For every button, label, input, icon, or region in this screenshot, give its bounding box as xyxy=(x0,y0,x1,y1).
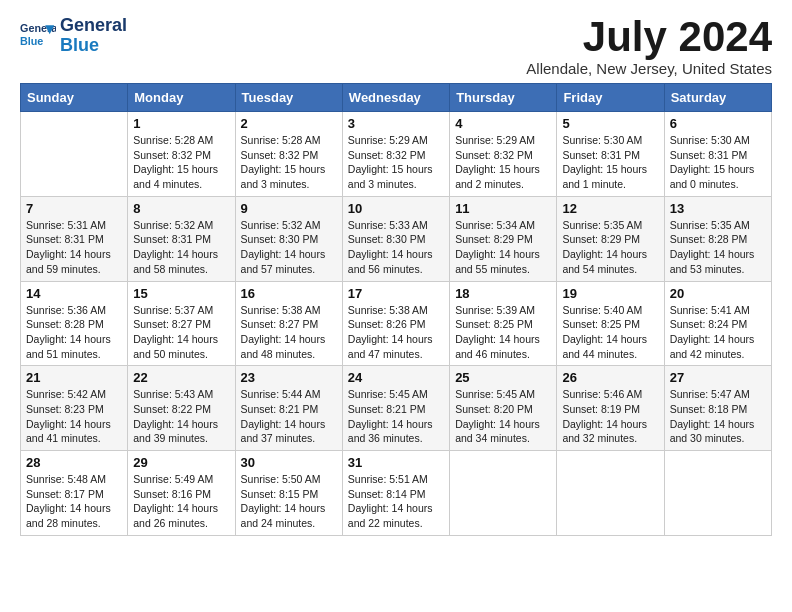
calendar-cell: 11Sunrise: 5:34 AM Sunset: 8:29 PM Dayli… xyxy=(450,196,557,281)
day-number: 21 xyxy=(26,370,122,385)
day-number: 1 xyxy=(133,116,229,131)
calendar-header-row: SundayMondayTuesdayWednesdayThursdayFrid… xyxy=(21,84,772,112)
day-info: Sunrise: 5:43 AM Sunset: 8:22 PM Dayligh… xyxy=(133,387,229,446)
calendar-header-cell: Wednesday xyxy=(342,84,449,112)
calendar-cell: 19Sunrise: 5:40 AM Sunset: 8:25 PM Dayli… xyxy=(557,281,664,366)
day-info: Sunrise: 5:44 AM Sunset: 8:21 PM Dayligh… xyxy=(241,387,337,446)
calendar-cell: 9Sunrise: 5:32 AM Sunset: 8:30 PM Daylig… xyxy=(235,196,342,281)
day-info: Sunrise: 5:33 AM Sunset: 8:30 PM Dayligh… xyxy=(348,218,444,277)
day-number: 14 xyxy=(26,286,122,301)
day-info: Sunrise: 5:38 AM Sunset: 8:26 PM Dayligh… xyxy=(348,303,444,362)
calendar-cell: 29Sunrise: 5:49 AM Sunset: 8:16 PM Dayli… xyxy=(128,451,235,536)
day-number: 27 xyxy=(670,370,766,385)
calendar-cell xyxy=(664,451,771,536)
calendar-cell: 2Sunrise: 5:28 AM Sunset: 8:32 PM Daylig… xyxy=(235,112,342,197)
day-info: Sunrise: 5:40 AM Sunset: 8:25 PM Dayligh… xyxy=(562,303,658,362)
calendar-week-row: 7Sunrise: 5:31 AM Sunset: 8:31 PM Daylig… xyxy=(21,196,772,281)
location-title: Allendale, New Jersey, United States xyxy=(526,60,772,77)
day-number: 7 xyxy=(26,201,122,216)
day-number: 18 xyxy=(455,286,551,301)
calendar-cell: 7Sunrise: 5:31 AM Sunset: 8:31 PM Daylig… xyxy=(21,196,128,281)
day-info: Sunrise: 5:30 AM Sunset: 8:31 PM Dayligh… xyxy=(670,133,766,192)
day-number: 2 xyxy=(241,116,337,131)
day-info: Sunrise: 5:50 AM Sunset: 8:15 PM Dayligh… xyxy=(241,472,337,531)
day-number: 23 xyxy=(241,370,337,385)
day-number: 17 xyxy=(348,286,444,301)
calendar-cell: 6Sunrise: 5:30 AM Sunset: 8:31 PM Daylig… xyxy=(664,112,771,197)
day-number: 11 xyxy=(455,201,551,216)
calendar-cell: 5Sunrise: 5:30 AM Sunset: 8:31 PM Daylig… xyxy=(557,112,664,197)
day-number: 15 xyxy=(133,286,229,301)
calendar-cell xyxy=(21,112,128,197)
day-info: Sunrise: 5:49 AM Sunset: 8:16 PM Dayligh… xyxy=(133,472,229,531)
month-title: July 2024 xyxy=(526,16,772,58)
calendar-cell: 30Sunrise: 5:50 AM Sunset: 8:15 PM Dayli… xyxy=(235,451,342,536)
day-info: Sunrise: 5:34 AM Sunset: 8:29 PM Dayligh… xyxy=(455,218,551,277)
day-info: Sunrise: 5:45 AM Sunset: 8:21 PM Dayligh… xyxy=(348,387,444,446)
calendar-body: 1Sunrise: 5:28 AM Sunset: 8:32 PM Daylig… xyxy=(21,112,772,536)
day-number: 16 xyxy=(241,286,337,301)
calendar-cell: 3Sunrise: 5:29 AM Sunset: 8:32 PM Daylig… xyxy=(342,112,449,197)
calendar-week-row: 21Sunrise: 5:42 AM Sunset: 8:23 PM Dayli… xyxy=(21,366,772,451)
day-number: 30 xyxy=(241,455,337,470)
day-info: Sunrise: 5:35 AM Sunset: 8:28 PM Dayligh… xyxy=(670,218,766,277)
day-number: 26 xyxy=(562,370,658,385)
day-number: 19 xyxy=(562,286,658,301)
calendar-cell: 4Sunrise: 5:29 AM Sunset: 8:32 PM Daylig… xyxy=(450,112,557,197)
header: General Blue General Blue July 2024 Alle… xyxy=(20,16,772,77)
title-block: July 2024 Allendale, New Jersey, United … xyxy=(526,16,772,77)
calendar-header-cell: Friday xyxy=(557,84,664,112)
calendar-header-cell: Tuesday xyxy=(235,84,342,112)
calendar-cell: 18Sunrise: 5:39 AM Sunset: 8:25 PM Dayli… xyxy=(450,281,557,366)
calendar-cell xyxy=(557,451,664,536)
day-info: Sunrise: 5:41 AM Sunset: 8:24 PM Dayligh… xyxy=(670,303,766,362)
calendar-cell: 10Sunrise: 5:33 AM Sunset: 8:30 PM Dayli… xyxy=(342,196,449,281)
day-info: Sunrise: 5:51 AM Sunset: 8:14 PM Dayligh… xyxy=(348,472,444,531)
calendar-header-cell: Sunday xyxy=(21,84,128,112)
day-info: Sunrise: 5:31 AM Sunset: 8:31 PM Dayligh… xyxy=(26,218,122,277)
day-info: Sunrise: 5:38 AM Sunset: 8:27 PM Dayligh… xyxy=(241,303,337,362)
day-number: 28 xyxy=(26,455,122,470)
day-number: 6 xyxy=(670,116,766,131)
calendar-cell: 21Sunrise: 5:42 AM Sunset: 8:23 PM Dayli… xyxy=(21,366,128,451)
day-number: 22 xyxy=(133,370,229,385)
calendar-cell: 25Sunrise: 5:45 AM Sunset: 8:20 PM Dayli… xyxy=(450,366,557,451)
calendar-cell: 13Sunrise: 5:35 AM Sunset: 8:28 PM Dayli… xyxy=(664,196,771,281)
calendar-cell: 24Sunrise: 5:45 AM Sunset: 8:21 PM Dayli… xyxy=(342,366,449,451)
calendar-cell: 22Sunrise: 5:43 AM Sunset: 8:22 PM Dayli… xyxy=(128,366,235,451)
day-number: 4 xyxy=(455,116,551,131)
calendar-header-cell: Monday xyxy=(128,84,235,112)
day-number: 13 xyxy=(670,201,766,216)
day-info: Sunrise: 5:32 AM Sunset: 8:31 PM Dayligh… xyxy=(133,218,229,277)
calendar-week-row: 1Sunrise: 5:28 AM Sunset: 8:32 PM Daylig… xyxy=(21,112,772,197)
calendar-cell: 26Sunrise: 5:46 AM Sunset: 8:19 PM Dayli… xyxy=(557,366,664,451)
calendar-header-cell: Saturday xyxy=(664,84,771,112)
calendar-header-cell: Thursday xyxy=(450,84,557,112)
calendar-cell: 12Sunrise: 5:35 AM Sunset: 8:29 PM Dayli… xyxy=(557,196,664,281)
day-number: 5 xyxy=(562,116,658,131)
calendar-cell: 20Sunrise: 5:41 AM Sunset: 8:24 PM Dayli… xyxy=(664,281,771,366)
calendar-cell: 23Sunrise: 5:44 AM Sunset: 8:21 PM Dayli… xyxy=(235,366,342,451)
day-info: Sunrise: 5:30 AM Sunset: 8:31 PM Dayligh… xyxy=(562,133,658,192)
day-info: Sunrise: 5:46 AM Sunset: 8:19 PM Dayligh… xyxy=(562,387,658,446)
logo: General Blue General Blue xyxy=(20,16,127,56)
calendar-cell: 8Sunrise: 5:32 AM Sunset: 8:31 PM Daylig… xyxy=(128,196,235,281)
calendar-week-row: 28Sunrise: 5:48 AM Sunset: 8:17 PM Dayli… xyxy=(21,451,772,536)
calendar-cell: 16Sunrise: 5:38 AM Sunset: 8:27 PM Dayli… xyxy=(235,281,342,366)
day-info: Sunrise: 5:47 AM Sunset: 8:18 PM Dayligh… xyxy=(670,387,766,446)
day-number: 3 xyxy=(348,116,444,131)
day-info: Sunrise: 5:37 AM Sunset: 8:27 PM Dayligh… xyxy=(133,303,229,362)
day-number: 20 xyxy=(670,286,766,301)
calendar-table: SundayMondayTuesdayWednesdayThursdayFrid… xyxy=(20,83,772,536)
day-info: Sunrise: 5:32 AM Sunset: 8:30 PM Dayligh… xyxy=(241,218,337,277)
day-info: Sunrise: 5:45 AM Sunset: 8:20 PM Dayligh… xyxy=(455,387,551,446)
calendar-cell: 17Sunrise: 5:38 AM Sunset: 8:26 PM Dayli… xyxy=(342,281,449,366)
day-info: Sunrise: 5:28 AM Sunset: 8:32 PM Dayligh… xyxy=(133,133,229,192)
day-number: 12 xyxy=(562,201,658,216)
day-number: 9 xyxy=(241,201,337,216)
day-number: 31 xyxy=(348,455,444,470)
day-info: Sunrise: 5:39 AM Sunset: 8:25 PM Dayligh… xyxy=(455,303,551,362)
calendar-week-row: 14Sunrise: 5:36 AM Sunset: 8:28 PM Dayli… xyxy=(21,281,772,366)
day-number: 10 xyxy=(348,201,444,216)
day-info: Sunrise: 5:29 AM Sunset: 8:32 PM Dayligh… xyxy=(455,133,551,192)
